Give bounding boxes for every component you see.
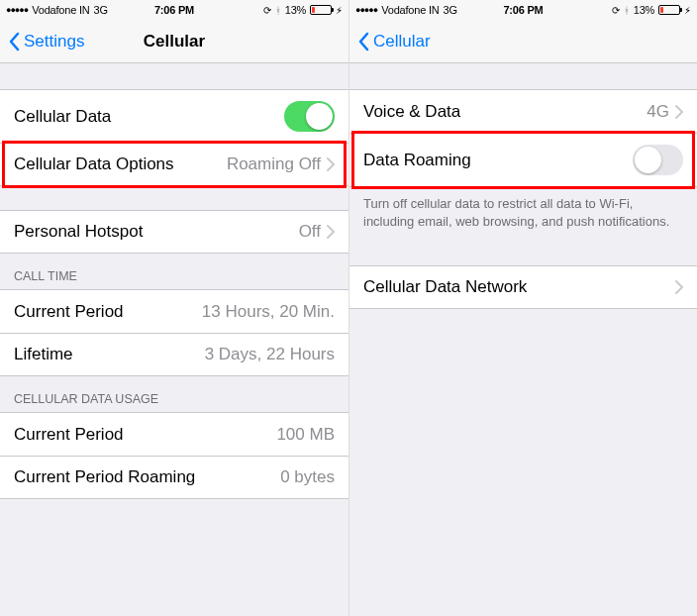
cellular-data-network-label: Cellular Data Network [363, 277, 675, 297]
personal-hotspot-label: Personal Hotspot [14, 222, 299, 242]
back-label: Cellular [373, 32, 431, 51]
chevron-left-icon [357, 32, 369, 51]
back-label: Settings [24, 32, 84, 51]
charging-icon: ⚡︎ [684, 5, 691, 16]
status-bar: ●●●●● Vodafone IN 3G 7:06 PM ⟳ ᚼ 13% ⚡︎ [0, 0, 348, 20]
voice-data-detail: 4G [647, 102, 669, 122]
signal-dots-icon: ●●●●● [355, 5, 377, 15]
data-usage-roaming-value: 0 bytes [280, 467, 335, 487]
network-label: 3G [444, 4, 457, 16]
cellular-data-options-row[interactable]: Cellular Data Options Roaming Off [0, 143, 348, 186]
network-label: 3G [94, 4, 108, 16]
battery-icon [658, 5, 680, 15]
signal-dots-icon: ●●●●● [6, 5, 28, 15]
left-pane: ●●●●● Vodafone IN 3G 7:06 PM ⟳ ᚼ 13% ⚡︎ … [0, 0, 348, 616]
bluetooth-icon: ᚼ [275, 5, 281, 16]
data-roaming-toggle[interactable] [633, 145, 683, 175]
carrier-label: Vodafone IN [32, 4, 89, 16]
call-time-current-row: Current Period 13 Hours, 20 Min. [0, 289, 348, 333]
call-time-lifetime-label: Lifetime [14, 345, 205, 364]
chevron-right-icon [327, 225, 335, 239]
chevron-right-icon [675, 280, 683, 294]
nav-bar: Cellular [349, 20, 697, 63]
back-button[interactable]: Settings [8, 32, 84, 51]
chevron-right-icon [675, 105, 683, 119]
personal-hotspot-detail: Off [299, 222, 321, 242]
call-time-lifetime-value: 3 Days, 22 Hours [205, 345, 335, 364]
battery-icon [310, 5, 332, 15]
voice-data-row[interactable]: Voice & Data 4G [349, 89, 697, 133]
cellular-data-toggle[interactable] [284, 101, 335, 132]
call-time-header: CALL TIME [0, 254, 348, 289]
lock-icon: ⟳ [612, 5, 620, 16]
call-time-current-value: 13 Hours, 20 Min. [202, 302, 335, 322]
data-roaming-row[interactable]: Data Roaming [349, 133, 697, 187]
data-roaming-footer: Turn off cellular data to restrict all d… [349, 187, 697, 236]
call-time-current-label: Current Period [14, 302, 202, 322]
chevron-right-icon [327, 157, 335, 171]
call-time-lifetime-row: Lifetime 3 Days, 22 Hours [0, 333, 348, 376]
lock-icon: ⟳ [263, 5, 271, 16]
chevron-left-icon [8, 32, 20, 51]
data-roaming-label: Data Roaming [363, 151, 633, 170]
cellular-data-options-detail: Roaming Off [227, 154, 321, 174]
data-usage-roaming-label: Current Period Roaming [14, 467, 280, 487]
cellular-data-options-label: Cellular Data Options [14, 154, 227, 174]
data-usage-roaming-row: Current Period Roaming 0 bytes [0, 456, 348, 499]
cellular-data-network-row[interactable]: Cellular Data Network [349, 265, 697, 309]
cellular-data-label: Cellular Data [14, 107, 284, 127]
bluetooth-icon: ᚼ [624, 5, 630, 16]
battery-pct: 13% [285, 4, 306, 16]
data-usage-header: CELLULAR DATA USAGE [0, 376, 348, 412]
data-usage-current-value: 100 MB [276, 425, 335, 445]
battery-pct: 13% [634, 4, 654, 16]
charging-icon: ⚡︎ [336, 5, 343, 16]
right-pane: ●●●●● Vodafone IN 3G 7:06 PM ⟳ ᚼ 13% ⚡︎ … [348, 0, 697, 616]
cellular-data-row[interactable]: Cellular Data [0, 89, 348, 143]
nav-bar: Settings Cellular [0, 20, 348, 63]
data-usage-current-row: Current Period 100 MB [0, 412, 348, 456]
data-usage-current-label: Current Period [14, 425, 276, 445]
status-bar: ●●●●● Vodafone IN 3G 7:06 PM ⟳ ᚼ 13% ⚡︎ [349, 0, 697, 20]
personal-hotspot-row[interactable]: Personal Hotspot Off [0, 210, 348, 254]
back-button[interactable]: Cellular [357, 32, 431, 51]
carrier-label: Vodafone IN [381, 4, 439, 16]
voice-data-label: Voice & Data [363, 102, 647, 122]
